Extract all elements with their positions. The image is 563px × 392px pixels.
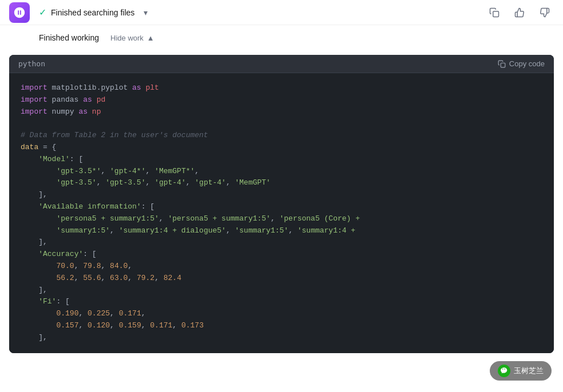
logo-icon xyxy=(9,2,30,23)
top-bar: ✓ Finished searching files ▾ xyxy=(0,0,563,25)
thumbs-up-icon[interactable] xyxy=(510,3,529,22)
copy-code-label: Copy code xyxy=(509,59,545,68)
watermark: 玉树芝兰 xyxy=(490,361,552,381)
code-header: python Copy code xyxy=(9,55,554,73)
watermark-text: 玉树芝兰 xyxy=(514,366,544,376)
hide-work-button[interactable]: Hide work ▲ xyxy=(106,31,159,45)
search-chevron-button[interactable]: ▾ xyxy=(139,6,152,19)
svg-rect-0 xyxy=(493,11,499,17)
copy-code-button[interactable]: Copy code xyxy=(498,59,545,68)
check-icon: ✓ xyxy=(39,7,46,18)
second-bar: Finished working Hide work ▲ xyxy=(0,25,563,50)
code-body[interactable]: import matplotlib.pyplot as plt import p… xyxy=(9,73,554,353)
top-actions xyxy=(485,3,554,22)
code-lang: python xyxy=(18,59,45,68)
code-container: python Copy code import matplotlib.pyplo… xyxy=(9,55,554,353)
finished-working-text: Finished working xyxy=(39,33,99,42)
wechat-icon xyxy=(498,365,510,377)
search-status-text: Finished searching files xyxy=(51,8,134,17)
hide-work-label: Hide work xyxy=(110,34,144,42)
copy-action-icon[interactable] xyxy=(485,3,503,22)
hide-chevron-icon: ▲ xyxy=(147,34,154,42)
search-status: ✓ Finished searching files ▾ xyxy=(39,6,485,19)
svg-rect-1 xyxy=(501,63,505,67)
thumbs-down-icon[interactable] xyxy=(536,3,554,22)
code-content: import matplotlib.pyplot as plt import p… xyxy=(21,82,542,344)
